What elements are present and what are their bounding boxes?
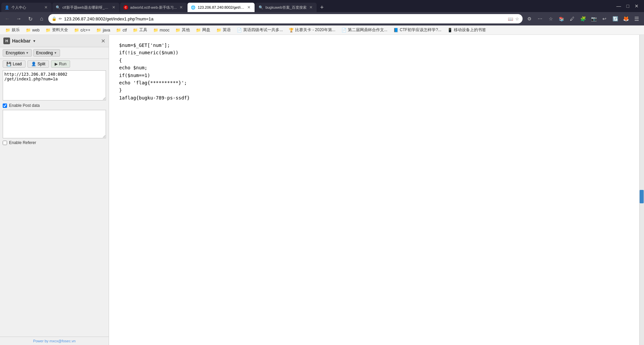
- encryption-dropdown[interactable]: Encryption ▼: [3, 49, 32, 57]
- book-icon: 📘: [393, 28, 398, 32]
- page-layout: H Hackbar ▼ ✕ Encryption ▼ Encoding ▼ 💾 …: [0, 35, 644, 345]
- account-icon[interactable]: 🦊: [621, 14, 631, 23]
- close-icon[interactable]: ✕: [44, 5, 48, 10]
- back2-icon[interactable]: ↩: [600, 14, 609, 23]
- bookmark-cet4[interactable]: 📄英语四级考试一共多...: [234, 26, 285, 33]
- tab-favicon: 👤: [5, 5, 9, 10]
- scrollbar-thumb: [640, 190, 644, 203]
- bookmark-ctf[interactable]: 📁ctf: [113, 27, 129, 33]
- code-line-6: echo 'flag{**********}';: [119, 79, 629, 86]
- bookmark-netdisk[interactable]: 📁网盘: [193, 26, 213, 33]
- post-textarea[interactable]: [3, 110, 106, 138]
- close-icon[interactable]: ✕: [247, 5, 251, 10]
- split-icon: 👤: [31, 62, 36, 66]
- bookmark-english[interactable]: 📁英语: [214, 26, 233, 33]
- folder-icon: 📁: [26, 28, 31, 32]
- browser-chrome: 👤 个人中心 ✕ 🔍 ctf新手题web题去哪刷呀_百度... ✕ C adwo…: [0, 0, 644, 35]
- split-button[interactable]: 👤 Split: [28, 60, 49, 68]
- close-window-button[interactable]: ✕: [635, 3, 639, 9]
- load-button[interactable]: 💾 Load: [3, 60, 25, 68]
- address-toolbar: ← → ↻ ⌂ 🔒 ✏ 📖 ☆ ⚙ ⋯ ☆ 📚 🖊 🧩 📷 ↩ 🔃 🦊 ☰: [0, 12, 644, 25]
- reload2-icon[interactable]: 🔃: [610, 14, 620, 23]
- enable-referer-label[interactable]: Enable Referer: [9, 140, 36, 145]
- bookmark-entertainment[interactable]: 📁娱乐: [3, 26, 22, 33]
- folder-icon: 📁: [96, 28, 101, 32]
- extensions2-icon[interactable]: 🧩: [578, 14, 588, 23]
- hackbar-title-area[interactable]: H Hackbar ▼: [3, 38, 36, 44]
- bookmark-cpp[interactable]: 📁c/c++: [71, 27, 93, 33]
- hackbar-title-label: Hackbar: [12, 38, 31, 44]
- home-button[interactable]: ⌂: [37, 14, 46, 23]
- reading-list-icon[interactable]: 🖊: [568, 14, 577, 23]
- close-icon[interactable]: ✕: [111, 5, 116, 10]
- encryption-label: Encryption: [6, 51, 25, 55]
- reader-icon[interactable]: 📖: [508, 16, 513, 21]
- bookmark-java[interactable]: 📁java: [94, 27, 113, 33]
- tab-personal-center[interactable]: 👤 个人中心 ✕: [1, 3, 52, 12]
- history-icon[interactable]: 📚: [557, 14, 566, 23]
- encoding-dropdown[interactable]: Encoding ▼: [33, 49, 60, 57]
- run-button[interactable]: ▶ Run: [51, 60, 70, 68]
- bookmark-ctf-learn[interactable]: 📘CTF初学应该怎样学?...: [391, 26, 444, 33]
- tab-ctf[interactable]: 🔍 ctf新手题web题去哪刷呀_百度... ✕: [52, 3, 119, 12]
- maximize-button[interactable]: □: [627, 3, 629, 9]
- tab-favicon: 🌐: [191, 5, 196, 10]
- back-button[interactable]: ←: [3, 14, 12, 23]
- bookmark-tools[interactable]: 📁工具: [130, 26, 150, 33]
- bookmark-web[interactable]: 📁web: [23, 27, 42, 33]
- edit-icon: ✏: [59, 16, 62, 21]
- address-bar[interactable]: 🔒 ✏ 📖 ☆: [48, 14, 523, 23]
- toolbar-right: ⚙ ⋯ ☆ 📚 🖊 🧩 📷 ↩ 🔃 🦊 ☰: [525, 14, 641, 23]
- hackbar-actions: 💾 Load 👤 Split ▶ Run: [0, 59, 109, 69]
- url-textarea[interactable]: http://123.206.87.240:8002 /get/index1.p…: [3, 70, 106, 100]
- hamburger-icon[interactable]: ☰: [632, 14, 641, 23]
- hackbar-footer-link[interactable]: Power by mxcx@fosec.vn: [33, 339, 76, 343]
- bookmark-other[interactable]: 📁其他: [173, 26, 193, 33]
- post-area: [3, 110, 106, 138]
- minimize-button[interactable]: —: [616, 3, 621, 9]
- bookmark-mobile[interactable]: 📱移动设备上的书签: [445, 26, 489, 33]
- more-menu-icon[interactable]: ⋯: [535, 14, 545, 23]
- enable-post-checkbox[interactable]: [3, 104, 7, 108]
- tab-title: 123.206.87.240:8002/get/index1...: [198, 5, 245, 9]
- bookmark-wangding[interactable]: 📄第二届网鼎杯合作文...: [339, 26, 390, 33]
- lock-icon: 🔒: [52, 16, 57, 21]
- code-line-1: $num=$_GET['num'];: [119, 42, 629, 49]
- hackbar-chevron-icon: ▼: [33, 39, 36, 43]
- bookmark-competition[interactable]: 🏆比赛关卡 - 2020年第...: [286, 26, 338, 33]
- tab-title: 个人中心: [11, 5, 42, 10]
- hackbar-sidebar: H Hackbar ▼ ✕ Encryption ▼ Encoding ▼ 💾 …: [0, 35, 109, 345]
- close-icon[interactable]: ✕: [179, 5, 183, 10]
- code-line-7: }: [119, 86, 629, 94]
- enable-referer-checkbox[interactable]: [3, 141, 7, 145]
- folder-icon: 📁: [175, 28, 180, 32]
- new-tab-button[interactable]: +: [317, 3, 327, 12]
- refresh-button[interactable]: ↻: [25, 14, 35, 23]
- tab-favicon: 🔍: [56, 5, 60, 10]
- forward-button[interactable]: →: [14, 14, 23, 23]
- folder-icon: 📁: [46, 28, 51, 32]
- tab-bugku[interactable]: 🔍 bugkuweb答案_百度搜索 ✕: [255, 3, 316, 12]
- tab-adworld[interactable]: C adworld.xctf-web-新手练习... ✕: [120, 3, 187, 12]
- folder-icon: 📁: [133, 28, 138, 32]
- folder-icon: 📁: [153, 28, 158, 32]
- screenshot-icon[interactable]: 📷: [589, 14, 598, 23]
- close-icon[interactable]: ✕: [309, 5, 313, 10]
- enable-post-label[interactable]: Enable Post data: [9, 103, 40, 108]
- bookmark-resources[interactable]: 📁资料大全: [43, 26, 71, 33]
- url-input[interactable]: [64, 16, 506, 21]
- hackbar-dropdowns: Encryption ▼ Encoding ▼: [0, 47, 109, 59]
- right-scrollbar[interactable]: [639, 35, 644, 345]
- folder-icon: 📁: [5, 28, 10, 32]
- extensions-icon[interactable]: ⚙: [525, 14, 534, 23]
- trophy-icon: 🏆: [289, 28, 294, 32]
- code-line-2: if(!is_numeric($num)): [119, 49, 629, 56]
- hackbar-close-button[interactable]: ✕: [101, 38, 105, 44]
- bookmark-star-icon[interactable]: ☆: [515, 16, 519, 21]
- bookmark-star2-icon[interactable]: ☆: [546, 14, 555, 23]
- tab-favicon: 🔍: [259, 5, 263, 10]
- folder-icon: 📁: [74, 28, 79, 32]
- tab-active[interactable]: 🌐 123.206.87.240:8002/get/index1... ✕: [187, 3, 255, 12]
- bookmark-mooc[interactable]: 📁mooc: [151, 27, 172, 33]
- enable-referer-option: Enable Referer: [0, 139, 109, 146]
